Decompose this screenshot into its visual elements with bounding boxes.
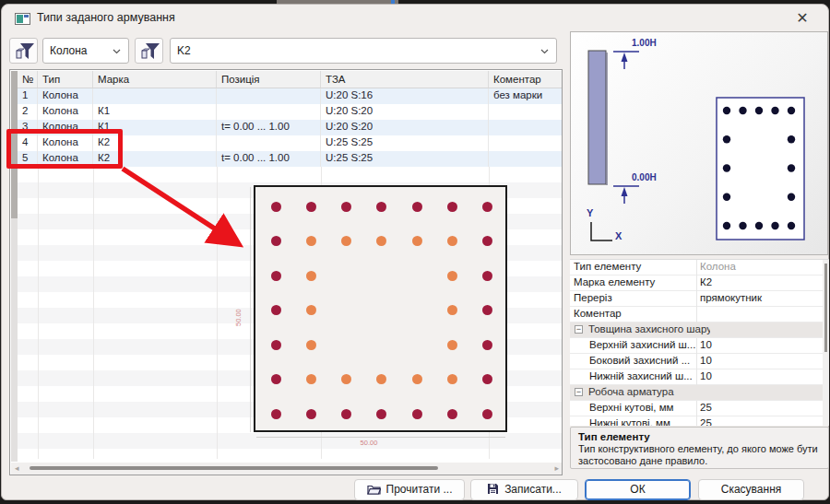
property-value[interactable]: 25 — [700, 402, 816, 413]
scroll-left-icon[interactable]: ◂ — [15, 463, 19, 475]
property-value[interactable]: прямокутник — [700, 292, 816, 303]
column-gridline — [93, 167, 94, 459]
section-rebar-dot — [723, 222, 730, 229]
column-header[interactable]: Коментар — [489, 71, 563, 88]
property-grid: Тип елементуКолонаМарка елементуК2Перері… — [570, 259, 829, 426]
property-row[interactable]: Перерізпрямокутник — [570, 291, 829, 307]
column-header[interactable]: Тип — [38, 71, 93, 88]
read-button[interactable]: Прочитати ... — [354, 479, 465, 500]
rebar-dot — [412, 202, 422, 212]
table-cell: 1 — [18, 88, 38, 104]
property-value[interactable]: 10 — [700, 339, 816, 350]
section-rebar-dot — [723, 107, 730, 114]
scrollbar-thumb[interactable] — [30, 466, 438, 470]
collapse-icon[interactable]: − — [575, 325, 583, 334]
column-splitter[interactable] — [696, 260, 697, 275]
table-cell: U:25 S:25 — [321, 135, 489, 151]
table-cell: U:20 S:20 — [321, 120, 489, 135]
table-cell: Колона — [38, 104, 93, 120]
filter-type-button[interactable] — [9, 38, 38, 64]
cancel-button-label: Скасування — [721, 483, 782, 496]
rebar-dot — [412, 374, 422, 384]
rebar-dot — [271, 340, 281, 350]
property-row[interactable]: Верхні кутові, мм25 — [570, 401, 829, 416]
dimension-line-horizontal — [256, 437, 505, 438]
rebar-dot — [306, 271, 316, 281]
column-splitter[interactable] — [696, 354, 697, 369]
close-icon[interactable]: ✕ — [789, 6, 815, 30]
category-label: Товщина захисного шару — [588, 323, 710, 334]
rebar-dot — [447, 409, 457, 419]
column-splitter[interactable] — [696, 401, 697, 416]
column-splitter[interactable] — [696, 291, 697, 307]
description-title: Тип елементу — [578, 431, 821, 442]
column-splitter[interactable] — [696, 369, 697, 385]
property-category-row[interactable]: −Робоча арматура — [570, 385, 829, 401]
mark-filter-combobox[interactable]: K2 — [170, 38, 557, 64]
column-splitter[interactable] — [696, 338, 697, 354]
column-header[interactable]: Позиція — [217, 71, 321, 88]
property-row[interactable]: Тип елементуКолона — [570, 260, 829, 275]
table-cell: U:25 S:25 — [321, 151, 489, 167]
rebar-dot — [376, 409, 386, 419]
ok-button[interactable]: ОК — [585, 479, 691, 500]
save-icon — [487, 483, 499, 495]
property-value[interactable]: 25 — [700, 417, 816, 426]
collapse-icon[interactable]: − — [575, 388, 583, 396]
table-cell: 2 — [18, 104, 38, 120]
rebar-dot — [376, 374, 386, 384]
table-horizontal-scrollbar[interactable]: ◂ ▸ — [11, 463, 563, 475]
elevation-drawing — [571, 32, 827, 254]
funnel-icon — [140, 41, 160, 62]
write-button[interactable]: Записати... — [470, 479, 578, 500]
axis-x-label: X — [615, 230, 622, 241]
title-bar[interactable]: Типи заданого армування ✕ — [2, 5, 828, 32]
rebar-dot — [341, 236, 351, 246]
column-splitter[interactable] — [696, 275, 697, 291]
section-rebar-dot — [723, 164, 730, 171]
section-rebar-dot — [723, 193, 730, 201]
property-label: Верхні кутові, мм — [589, 402, 695, 413]
property-grid-scrollbar[interactable] — [823, 260, 829, 426]
property-row[interactable]: Верхній захисний ш...10 — [570, 338, 829, 354]
elevation-bottom-label: 0.00H — [632, 172, 657, 182]
table-row[interactable]: 2КолонаК1U:20 S:20 — [18, 104, 563, 120]
property-value[interactable]: К2 — [700, 276, 816, 287]
property-category-row[interactable]: −Товщина захисного шару — [570, 322, 829, 338]
column-splitter[interactable] — [696, 416, 697, 426]
property-description-box: Тип елементу Тип конструктивного елемент… — [570, 427, 829, 469]
property-value[interactable]: 10 — [700, 355, 816, 366]
property-row[interactable]: Коментар — [570, 307, 829, 322]
rebar-dot — [306, 340, 316, 350]
scrollbar-thumb[interactable] — [824, 264, 827, 352]
table-cell — [489, 120, 563, 135]
column-header[interactable]: № — [18, 71, 38, 88]
property-row[interactable]: Нижні кутові, мм25 — [570, 416, 829, 426]
rebar-dot — [271, 409, 281, 419]
property-label: Нижній захисний ш... — [589, 370, 695, 381]
property-value[interactable]: Колона — [700, 261, 816, 272]
property-label: Верхній захисний ш... — [589, 339, 695, 350]
column-header[interactable]: ТЗА — [321, 71, 489, 88]
open-folder-icon — [367, 484, 381, 495]
highlight-rectangle — [6, 129, 123, 169]
property-row[interactable]: Боковий захисний ...10 — [570, 354, 829, 369]
chevron-down-icon — [540, 49, 549, 54]
element-type-dropdown[interactable]: Колона — [42, 38, 129, 64]
table-row[interactable]: 1КолонаU:20 S:16без марки — [18, 88, 563, 104]
section-width-label: 50.00 — [354, 439, 384, 447]
property-row[interactable]: Нижній захисний ш...10 — [570, 369, 829, 385]
rebar-dot — [482, 409, 492, 419]
rebar-dot — [482, 202, 492, 212]
property-value[interactable]: 10 — [700, 370, 816, 381]
rebar-dot — [306, 202, 316, 212]
cancel-button[interactable]: Скасування — [698, 479, 804, 500]
filter-mark-button[interactable] — [135, 38, 163, 64]
column-header[interactable]: Марка — [93, 71, 217, 88]
section-rebar-dot — [788, 193, 795, 201]
app-icon — [15, 13, 30, 25]
scroll-right-icon[interactable]: ▸ — [554, 463, 559, 475]
rebar-dot — [341, 202, 351, 212]
column-splitter[interactable] — [696, 307, 697, 322]
property-row[interactable]: Марка елементуК2 — [570, 275, 829, 291]
